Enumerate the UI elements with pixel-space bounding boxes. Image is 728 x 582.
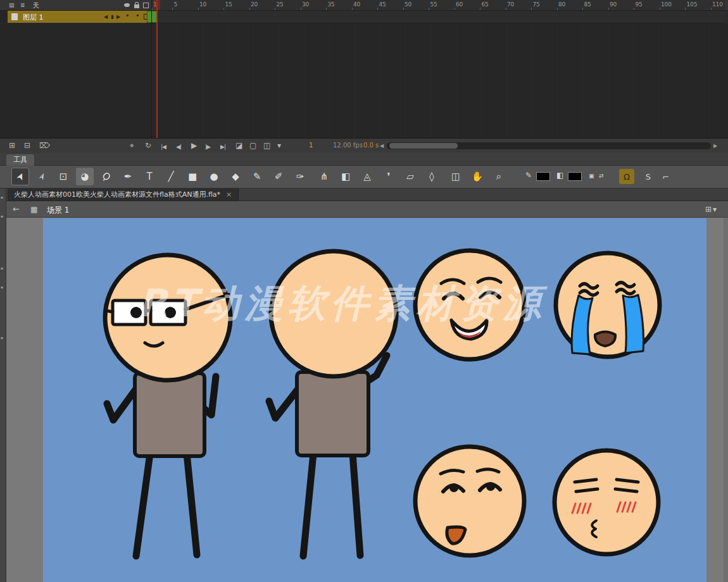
ruler-frame-number-105[interactable]: 105 [686, 1, 697, 8]
default-colors-button[interactable]: ▣ [589, 173, 594, 179]
width-tool[interactable]: ◊ [423, 168, 441, 185]
face-crying[interactable] [556, 253, 660, 357]
lasso-tool[interactable]: Ϙ [97, 168, 115, 185]
polystar-tool[interactable]: ◆ [227, 168, 244, 185]
smooth-button[interactable]: S [641, 169, 656, 184]
ruler-frame-number-65[interactable]: 65 [481, 1, 488, 8]
ruler-frame-number-100[interactable]: 100 [661, 1, 672, 8]
ruler-frame-number-10[interactable]: 10 [199, 1, 206, 8]
text-tool[interactable]: T [141, 168, 158, 185]
tools-tab[interactable]: 工具 [6, 154, 34, 166]
next-keyframe-icon[interactable]: ▶ [116, 14, 120, 20]
layer-frame-strip[interactable] [147, 11, 725, 23]
ruler-frame-number-15[interactable]: 15 [225, 1, 232, 8]
face-annoyed[interactable] [555, 450, 658, 554]
lock-column-lock-icon[interactable] [134, 4, 139, 8]
swap-colors-button[interactable]: ⇄ [599, 173, 604, 179]
onion-skin-button[interactable]: ◪ [235, 141, 242, 150]
brush-tool[interactable]: ✐ [270, 168, 287, 185]
panel-dock-icon[interactable]: ▪ [1, 335, 3, 340]
face-skeptical[interactable] [415, 447, 524, 555]
paint-bucket-tool[interactable]: ◧ [337, 168, 355, 185]
rectangle-tool[interactable]: ■ [184, 168, 201, 185]
step-forward-button[interactable]: |▶ [205, 142, 210, 151]
panel-dock-icon[interactable]: ▪ [1, 214, 3, 218]
ruler-frame-number-35[interactable]: 35 [327, 1, 334, 8]
timeline-empty-area[interactable] [0, 23, 728, 138]
gradient-transform-tool[interactable]: ◕ [76, 168, 94, 185]
ruler-frame-number-80[interactable]: 80 [558, 1, 565, 8]
ink-bottle-tool[interactable]: ◬ [358, 168, 376, 185]
ruler-frame-number-50[interactable]: 50 [405, 1, 411, 8]
timeline-scrollbar-thumb[interactable] [389, 143, 458, 149]
close-tab-icon[interactable]: × [226, 190, 232, 199]
camera-tool[interactable]: ◫ [447, 168, 465, 185]
ruler-frame-number-45[interactable]: 45 [379, 1, 386, 8]
timeline-scrollbar[interactable] [387, 142, 711, 149]
ruler-frame-number-55[interactable]: 55 [430, 1, 437, 8]
ruler-frame-number-85[interactable]: 85 [584, 1, 591, 8]
onion-skin-outlines-button[interactable]: ▢ [249, 141, 256, 150]
eyedropper-tool[interactable]: ❜ [380, 168, 398, 185]
delete-layer-button[interactable]: ⌦ [39, 141, 50, 150]
free-transform-tool[interactable]: ⊡ [54, 168, 72, 185]
loop-button[interactable]: ↻ [145, 141, 151, 150]
ruler-frame-number-25[interactable]: 25 [276, 1, 283, 8]
stroke-color-swatch[interactable] [536, 172, 550, 181]
selection-tool[interactable]: ➤ [11, 168, 29, 185]
straighten-button[interactable]: ⌐ [658, 169, 674, 184]
edit-symbols-button[interactable]: ⊞▾ [705, 205, 718, 214]
timeline-scroll-right-arrow[interactable]: ▶ [713, 143, 717, 149]
play-button[interactable]: ▶ [191, 141, 197, 150]
pencil-tool[interactable]: ✎ [248, 168, 266, 185]
ruler-frame-number-60[interactable]: 60 [456, 1, 463, 8]
ruler-frame-number-70[interactable]: 70 [507, 1, 514, 8]
visibility-column-eye-icon[interactable] [124, 3, 130, 7]
elapsed-time-indicator[interactable]: 0.0 s [363, 142, 379, 149]
stage-canvas[interactable]: RT动漫软件素材资源 [43, 218, 706, 582]
layer-lock-dot[interactable]: • [135, 11, 140, 20]
go-to-last-frame-button[interactable]: ▶| [220, 142, 225, 151]
layer-row-selected[interactable]: 图层 1 ◀ ▮ ▶ • • [8, 11, 147, 23]
edit-multiple-frames-button[interactable]: ◫ [263, 141, 270, 150]
panel-dock-icon[interactable]: ▪ [1, 195, 3, 199]
pen-tool[interactable]: ✒ [119, 168, 137, 185]
timeline-scroll-left-arrow[interactable]: ◀ [380, 143, 384, 149]
ruler-frame-number-30[interactable]: 30 [302, 1, 309, 8]
playhead-marker[interactable] [153, 0, 160, 10]
panel-dock-icon[interactable]: ▪ [1, 266, 3, 270]
fill-color-swatch[interactable] [568, 172, 582, 181]
ruler-frame-number-75[interactable]: 75 [532, 1, 539, 8]
snap-to-objects-toggle[interactable]: Ω [619, 169, 634, 184]
panel-dock-icon[interactable]: ▪ [1, 285, 3, 289]
line-tool[interactable]: ╱ [162, 168, 180, 185]
hand-tool[interactable]: ✋ [468, 168, 486, 185]
step-back-button[interactable]: ◀| [176, 142, 181, 151]
ruler-frame-number-110[interactable]: 110 [712, 1, 723, 8]
pasteboard[interactable]: RT动漫软件素材资源 [6, 218, 728, 582]
go-to-first-frame-button[interactable]: |◀ [161, 142, 166, 151]
keyframe-cell[interactable] [147, 11, 157, 23]
ruler-frame-number-90[interactable]: 90 [610, 1, 617, 8]
back-arrow-icon[interactable]: ← [13, 204, 20, 214]
new-layer-button[interactable]: ⊞ [9, 141, 15, 150]
stage-right-scroll-strip[interactable] [724, 218, 728, 582]
new-folder-button[interactable]: ⊟ [24, 141, 30, 150]
document-tab[interactable]: 火柴人动画素材001欧美火柴人动画素材源文件fla格式AN通用.fla* × [8, 189, 239, 201]
layer-name[interactable]: 图层 1 [23, 13, 44, 22]
outline-column-icon[interactable] [143, 3, 149, 8]
ruler-frame-number-5[interactable]: 5 [173, 1, 177, 8]
scene-breadcrumb[interactable]: 场景 1 [47, 205, 69, 216]
ruler-frame-number-40[interactable]: 40 [353, 1, 360, 8]
eraser-tool[interactable]: ▱ [401, 168, 419, 185]
modify-markers-button[interactable]: ▾ [277, 141, 281, 150]
frame-rate-indicator[interactable]: 12.00 fps [333, 142, 363, 149]
playhead[interactable] [156, 0, 158, 138]
bone-tool[interactable]: ⋔ [315, 168, 333, 185]
prev-keyframe-icon[interactable]: ◀ [104, 14, 108, 20]
current-frame-indicator[interactable]: 1 [309, 142, 313, 149]
zoom-tool[interactable]: ⌕ [490, 168, 508, 185]
paint-brush-tool[interactable]: ✑ [291, 168, 309, 185]
timeline-frame-ruler[interactable]: 1510152025303540455055606570758085909510… [152, 0, 725, 10]
ruler-frame-number-20[interactable]: 20 [251, 1, 258, 8]
